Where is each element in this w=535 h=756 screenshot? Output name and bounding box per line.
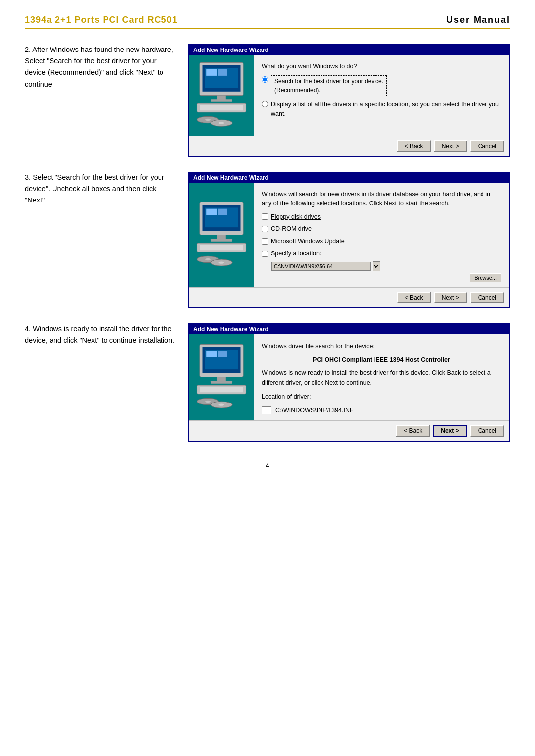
wizard4-footer: < Back Next > Cancel xyxy=(189,420,509,441)
wizard2-question: What do you want Windows to do? xyxy=(262,62,501,71)
wizard2-footer: < Back Next > Cancel xyxy=(189,136,509,156)
checkbox-cdrom[interactable]: CD-ROM drive xyxy=(262,224,501,234)
wizard2-body: What do you want Windows to do? Search f… xyxy=(189,55,509,136)
wizard4-content: Windows driver file search for the devic… xyxy=(254,334,509,420)
wizard3-description: Windows will search for new drivers in i… xyxy=(262,190,501,208)
wizard4-ready-text: Windows is now ready to install the best… xyxy=(262,368,501,388)
cdrom-label: CD-ROM drive xyxy=(271,224,312,234)
svg-point-36 xyxy=(205,401,211,403)
cdrom-checkbox[interactable] xyxy=(262,226,268,232)
wizard2-back-button[interactable]: < Back xyxy=(397,140,431,152)
step4-text: 4. Windows is ready to install the drive… xyxy=(25,323,178,346)
winupdate-label: Microsoft Windows Update xyxy=(271,237,345,246)
svg-rect-6 xyxy=(211,99,232,102)
wizard4-search-label: Windows driver file search for the devic… xyxy=(262,341,501,351)
wizard2-option2[interactable]: Display a list of all the drivers in a s… xyxy=(262,100,501,119)
step3-row: 3. Select "Search for the best driver fo… xyxy=(25,172,510,308)
wizard-dialog-3: Add New Hardware Wizard xyxy=(188,172,510,308)
svg-rect-30 xyxy=(218,351,227,357)
location-dropdown[interactable] xyxy=(373,261,380,271)
wizard4-body: Windows driver file search for the devic… xyxy=(189,334,509,420)
svg-rect-8 xyxy=(200,105,243,110)
step3-text: 3. Select "Search for the best driver fo… xyxy=(25,172,178,206)
step2-text: 2. After Windows has found the new hardw… xyxy=(25,44,178,90)
svg-rect-5 xyxy=(217,96,226,100)
recommended-label: Search for the best driver for your devi… xyxy=(271,75,387,96)
wizard4-location-label: Location of driver: xyxy=(262,392,501,402)
wizard2-content: What do you want Windows to do? Search f… xyxy=(254,55,509,136)
main-content: 2. After Windows has found the new hardw… xyxy=(25,44,510,442)
wizard4-titlebar: Add New Hardware Wizard xyxy=(189,324,509,334)
svg-rect-31 xyxy=(217,377,226,382)
radio-display-list[interactable] xyxy=(262,101,268,107)
floppy-checkbox[interactable] xyxy=(262,213,268,220)
wizard3-back-button[interactable]: < Back xyxy=(397,292,431,303)
svg-point-25 xyxy=(219,261,224,263)
wizard4-location-row: C:\WINDOWS\INF\1394.INF xyxy=(262,405,501,415)
svg-rect-21 xyxy=(200,245,243,250)
svg-point-10 xyxy=(205,119,211,121)
wizard3-image xyxy=(189,183,254,287)
location-label: Specify a location: xyxy=(271,249,321,258)
file-icon xyxy=(262,406,271,414)
checkbox-winupdate[interactable]: Microsoft Windows Update xyxy=(262,237,501,246)
step3-number: 3. xyxy=(25,173,31,181)
svg-rect-4 xyxy=(218,69,227,76)
wizard4-next-button[interactable]: Next > xyxy=(433,425,467,437)
floppy-label: Floppy disk drives xyxy=(271,212,321,222)
step2-description: After Windows has found the new hardware… xyxy=(25,46,173,88)
wizard3-footer: < Back Next > Cancel xyxy=(189,287,509,307)
checkbox-floppy[interactable]: Floppy disk drives xyxy=(262,212,501,222)
wizard4-location-path: C:\WINDOWS\INF\1394.INF xyxy=(275,405,354,415)
svg-rect-19 xyxy=(211,239,232,242)
page-header: 1394a 2+1 Ports PCI Card RC501 User Manu… xyxy=(25,15,510,29)
svg-point-23 xyxy=(205,258,211,260)
svg-point-12 xyxy=(219,122,224,124)
wizard-dialog-4: Add New Hardware Wizard xyxy=(188,323,510,442)
svg-point-38 xyxy=(219,403,224,405)
browse-button[interactable]: Browse... xyxy=(470,273,501,282)
manual-title: User Manual xyxy=(446,15,510,25)
svg-rect-3 xyxy=(206,69,217,76)
radio-search-best[interactable] xyxy=(262,76,268,83)
wizard4-back-button[interactable]: < Back xyxy=(396,425,430,437)
display-list-label: Display a list of all the drivers in a s… xyxy=(271,100,501,119)
step4-number: 4. xyxy=(25,325,31,333)
svg-rect-16 xyxy=(206,208,217,215)
page-number: 4 xyxy=(25,461,510,469)
wizard4-image xyxy=(189,334,254,420)
svg-rect-17 xyxy=(218,208,227,215)
wizard3-cancel-button[interactable]: Cancel xyxy=(470,292,504,303)
svg-rect-34 xyxy=(200,387,243,392)
wizard-dialog-2: Add New Hardware Wizard xyxy=(188,44,510,157)
location-text-input[interactable]: C:\NVIDIA\WIN9X\56.64 xyxy=(271,262,371,271)
wizard3-content: Windows will search for new drivers in i… xyxy=(254,183,509,287)
location-input-row: C:\NVIDIA\WIN9X\56.64 xyxy=(271,261,501,271)
wizard3-body: Windows will search for new drivers in i… xyxy=(189,183,509,287)
wizard2-option1[interactable]: Search for the best driver for your devi… xyxy=(262,75,501,96)
svg-rect-18 xyxy=(217,235,226,239)
computer-illustration-4 xyxy=(194,342,249,412)
wizard2-titlebar: Add New Hardware Wizard xyxy=(189,45,509,55)
step2-number: 2. xyxy=(25,46,31,53)
wizard2-cancel-button[interactable]: Cancel xyxy=(470,140,504,152)
winupdate-checkbox[interactable] xyxy=(262,238,268,245)
step4-row: 4. Windows is ready to install the drive… xyxy=(25,323,510,442)
wizard2-image xyxy=(189,55,254,136)
checkbox-location[interactable]: Specify a location: xyxy=(262,249,501,258)
wizard3-titlebar: Add New Hardware Wizard xyxy=(189,173,509,183)
wizard3-next-button[interactable]: Next > xyxy=(434,292,467,303)
svg-rect-32 xyxy=(211,381,232,384)
product-title: 1394a 2+1 Ports PCI Card RC501 xyxy=(25,15,178,25)
computer-illustration-3 xyxy=(194,200,249,270)
wizard2-next-button[interactable]: Next > xyxy=(434,140,467,152)
svg-rect-29 xyxy=(206,351,217,357)
step3-description: Select "Search for the best driver for y… xyxy=(25,173,164,204)
computer-illustration xyxy=(194,60,249,131)
wizard4-device-name: PCI OHCI Compliant IEEE 1394 Host Contro… xyxy=(262,355,501,365)
step4-description: Windows is ready to install the driver f… xyxy=(25,325,174,344)
wizard4-cancel-button[interactable]: Cancel xyxy=(470,425,504,437)
step2-row: 2. After Windows has found the new hardw… xyxy=(25,44,510,157)
location-checkbox[interactable] xyxy=(262,251,268,257)
